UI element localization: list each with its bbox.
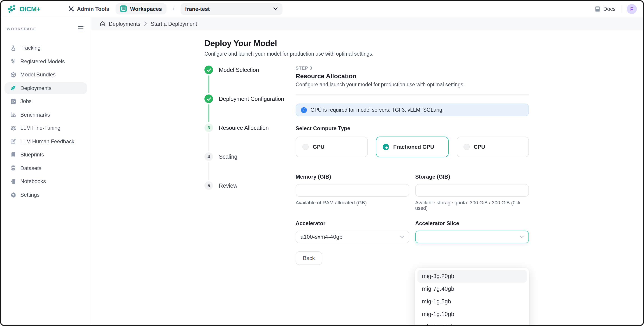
dropdown-option-mig-7g-40gb[interactable]: mig-7g.40gb [418,283,527,295]
dropdown-option-mig-1g-5gb[interactable]: mig-1g.5gb [418,295,527,308]
docs-link[interactable]: Docs [594,6,616,12]
storage-label: Storage (GIB) [415,174,529,180]
sidebar-item-jobs[interactable]: Jobs [4,96,87,107]
sidebar-item-llm-fine-tuning[interactable]: LLM Fine-Tuning [4,122,87,134]
chevron-right-icon [144,21,147,26]
sidebar-collapse-button[interactable] [77,25,84,32]
step-deployment-configuration[interactable]: Deployment Configuration [204,94,296,103]
accelerator-slice-select[interactable] [415,231,529,243]
sidebar-section-label: WORKSPACE [7,27,36,31]
sidebar-item-label: Tracking [20,45,40,51]
sidebar-item-datasets[interactable]: Datasets [4,162,87,174]
compute-option-label: GPU [313,144,324,150]
workspaces-button[interactable]: Workspaces [116,3,166,15]
accelerator-label: Accelerator [296,220,409,227]
compute-option-label: CPU [474,144,485,150]
sidebar-nav: Tracking Registered Models [1,42,91,201]
compute-option-cpu[interactable]: CPU [456,136,529,157]
code-icon [10,98,16,105]
user-avatar[interactable]: F [627,4,637,14]
sidebar-item-notebooks[interactable]: Notebooks [4,176,87,188]
memory-label: Memory (GIB) [296,174,409,180]
sidebar-item-tracking[interactable]: Tracking [4,42,87,54]
storage-hint: Available storage quota: 300 GiB / 300 G… [415,200,529,211]
dropdown-option-mig-1g-10gb[interactable]: mig-1g.10gb [418,308,527,320]
page-subtitle: Configure and launch your model for prod… [204,51,643,57]
sidebar-item-benchmarks[interactable]: Benchmarks [4,109,87,121]
topbar-divider [621,5,622,13]
sidebar-item-label: LLM Human Feedback [20,138,74,145]
database-icon [10,165,16,171]
back-button[interactable]: Back [296,251,322,265]
sidebar-item-settings[interactable]: Settings [4,189,87,201]
memory-hint: Available of RAM allocated (GB) [296,200,409,205]
step-number: 4 [204,152,213,161]
sidebar: WORKSPACE Tracking [1,17,91,325]
step-connector [208,104,209,122]
radio-unchecked-icon [302,144,309,150]
step-scaling[interactable]: 4 Scaling [204,152,296,161]
step-connector [208,162,209,180]
wizard-stepper: Model Selection Deployment Configuration… [204,66,296,265]
resource-allocation-form: STEP 3 Resource Allocation Configure and… [296,66,529,265]
breadcrumb-start-a-deployment[interactable]: Start a Deployment [151,21,197,27]
app-logo[interactable]: OICM+ [7,5,40,13]
sidebar-item-llm-human-feedback[interactable]: LLM Human Feedback [4,136,87,147]
app-window: OICM+ Admin Tools [0,0,644,326]
step-review[interactable]: 5 Review [204,181,296,190]
step-label: Scaling [219,153,238,160]
breadcrumb: Deployments Start a Deployment [91,17,643,30]
step-connector [208,76,209,93]
form-heading: Resource Allocation [296,72,529,80]
logo-dots-icon [7,5,17,13]
flask-icon [10,45,16,51]
dropdown-option-mig-2g-10gb[interactable]: mig-2g.10gb [418,320,527,325]
step-label: Resource Allocation [219,125,269,131]
sidebar-item-blueprints[interactable]: Blueprints [4,149,87,161]
sliders-icon [10,125,16,131]
compute-option-fractioned-gpu[interactable]: Fractioned GPU [376,136,448,157]
breadcrumb-item-label: Start a Deployment [151,21,197,27]
accelerator-select[interactable]: a100-sxm4-40gb [296,231,409,243]
sidebar-item-deployments[interactable]: Deployments [4,82,87,94]
sidebar-item-label: Datasets [20,165,41,171]
sidebar-item-label: Jobs [20,98,32,105]
sidebar-item-label: Settings [20,192,40,198]
storage-input[interactable] [415,184,529,197]
logo-text: OICM+ [20,5,40,13]
sidebar-item-model-bundles[interactable]: Model Bundles [4,69,87,81]
sidebar-item-label: LLM Fine-Tuning [20,125,60,131]
page-content: Deploy Your Model Configure and launch y… [91,30,643,325]
step-number: 3 [204,123,213,132]
radio-unchecked-icon [463,144,470,150]
breadcrumb-item-label: Deployments [109,21,140,27]
chevron-down-icon [273,7,278,11]
sidebar-item-registered-models[interactable]: Registered Models [4,56,87,67]
step-connector [208,133,209,151]
top-navigation: Admin Tools Workspaces / frane-test [68,3,282,15]
step-complete-icon [204,94,213,103]
info-banner: i GPU is required for model servers: TGI… [296,104,529,116]
admin-tools-label: Admin Tools [77,6,110,12]
admin-tools-button[interactable]: Admin Tools [68,6,110,12]
accelerator-value: a100-sxm4-40gb [300,234,342,240]
topbar-right: Docs F [594,4,637,14]
sidebar-item-label: Deployments [20,85,52,91]
sidebar-item-label: Model Bundles [20,72,56,78]
workspace-selector[interactable]: frane-test [180,3,282,15]
dropdown-option-mig-3g-20gb[interactable]: mig-3g.20gb [418,270,527,283]
benchmark-icon [10,112,16,118]
workspaces-icon [120,6,127,12]
topbar: OICM+ Admin Tools [1,1,643,17]
breadcrumb-deployments[interactable]: Deployments [100,21,140,27]
step-resource-allocation[interactable]: 3 Resource Allocation [204,123,296,132]
workspace-selector-value: frane-test [185,6,210,12]
memory-input[interactable] [296,184,409,197]
breadcrumb-slash: / [172,6,174,12]
step-complete-icon [204,66,213,74]
sidebar-item-label: Benchmarks [20,112,50,118]
compute-option-gpu[interactable]: GPU [296,136,368,157]
compute-type-options: GPU Fractioned GPU CPU [296,136,529,157]
info-banner-text: GPU is required for model servers: TGI 3… [310,107,444,113]
step-model-selection[interactable]: Model Selection [204,66,296,74]
